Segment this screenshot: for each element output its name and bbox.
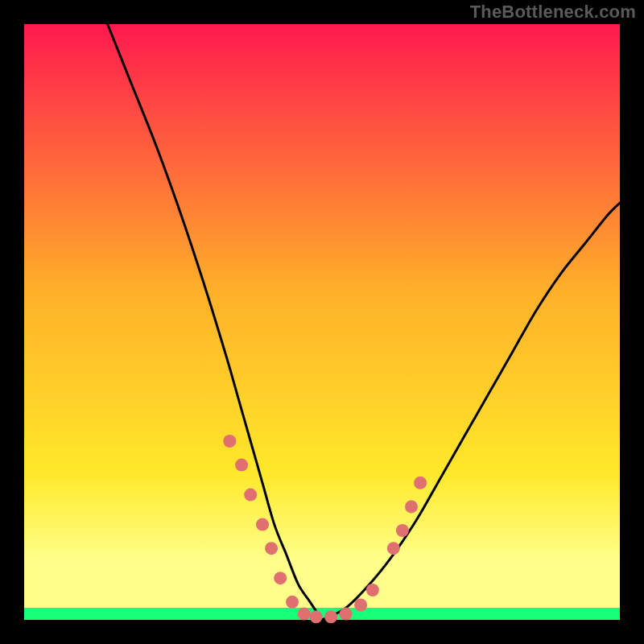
watermark-text: TheBottleneck.com [470, 2, 636, 23]
data-dot [256, 518, 269, 531]
data-dot [340, 608, 353, 621]
data-dot [396, 524, 409, 537]
data-dot [324, 610, 337, 623]
data-dot [366, 584, 379, 597]
data-dot [223, 435, 236, 448]
chart-frame: TheBottleneck.com [0, 0, 644, 644]
data-dot [354, 599, 367, 612]
data-dot [405, 500, 418, 513]
data-dot [235, 459, 248, 472]
data-dot [310, 610, 323, 623]
data-dot [274, 572, 287, 584]
data-dot [387, 542, 400, 555]
data-dot [286, 596, 299, 609]
data-dot [414, 477, 427, 489]
bottleneck-chart [0, 0, 644, 644]
data-dot [298, 608, 311, 621]
data-dot [265, 542, 278, 555]
bottom-band [24, 564, 620, 608]
data-dot [244, 489, 257, 502]
